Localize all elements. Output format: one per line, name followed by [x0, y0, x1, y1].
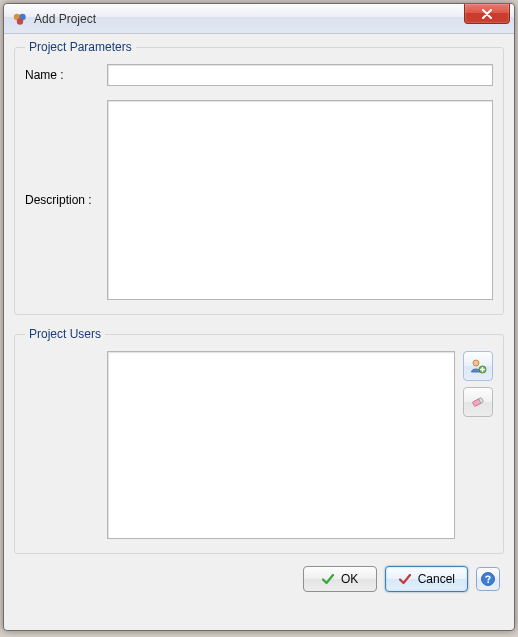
svg-point-2: [17, 18, 23, 24]
add-user-icon: [469, 357, 487, 375]
close-icon: [481, 9, 493, 19]
svg-point-3: [473, 360, 479, 366]
description-label: Description :: [25, 193, 103, 207]
window-title: Add Project: [34, 12, 96, 26]
project-parameters-legend: Project Parameters: [25, 40, 136, 54]
add-user-button[interactable]: [463, 351, 493, 381]
close-button[interactable]: [464, 4, 510, 24]
titlebar[interactable]: Add Project: [4, 4, 514, 34]
cancel-button[interactable]: Cancel: [385, 566, 468, 592]
project-users-legend: Project Users: [25, 327, 105, 341]
users-list[interactable]: [107, 351, 455, 539]
name-input[interactable]: [107, 64, 493, 86]
project-users-group: Project Users: [14, 327, 504, 554]
users-buttons-column: [463, 351, 493, 417]
project-parameters-group: Project Parameters Name : Description :: [14, 40, 504, 315]
app-icon: [12, 11, 28, 27]
check-red-icon: [398, 572, 412, 586]
add-project-dialog: Add Project Project Parameters Name : De…: [3, 3, 515, 631]
eraser-icon: [469, 393, 487, 411]
ok-button[interactable]: OK: [303, 566, 377, 592]
help-button[interactable]: [476, 567, 500, 591]
remove-user-button[interactable]: [463, 387, 493, 417]
cancel-button-label: Cancel: [418, 572, 455, 586]
svg-point-8: [487, 581, 489, 583]
dialog-body: Project Parameters Name : Description : …: [4, 34, 514, 630]
help-icon: [480, 571, 496, 587]
button-bar: OK Cancel: [14, 566, 504, 592]
name-label: Name :: [25, 64, 103, 82]
check-green-icon: [321, 572, 335, 586]
description-input[interactable]: [107, 100, 493, 300]
ok-button-label: OK: [341, 572, 358, 586]
